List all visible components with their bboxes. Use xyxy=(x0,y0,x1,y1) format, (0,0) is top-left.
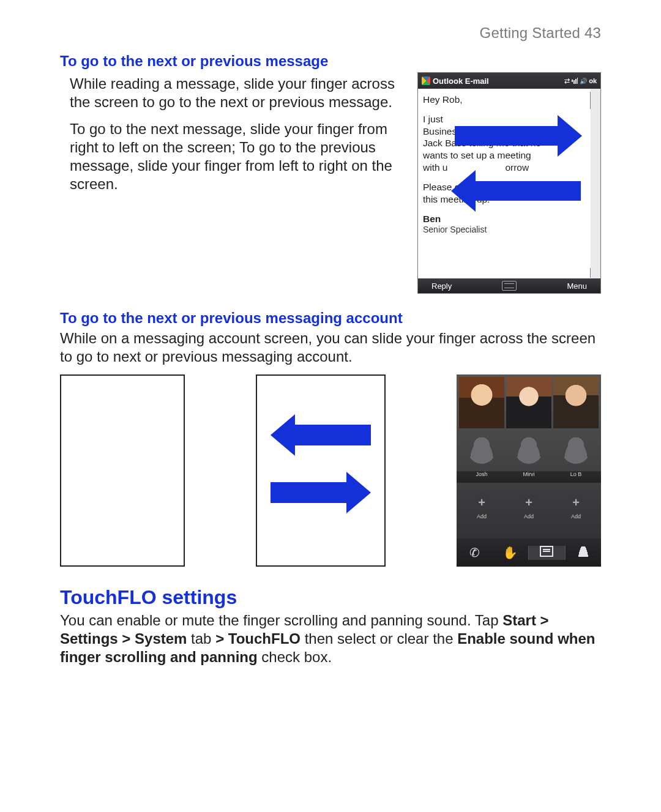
figure-account-prev-placeholder xyxy=(60,374,185,567)
contact-photo-2[interactable] xyxy=(506,377,551,428)
sec1-paragraph-1: While reading a message, slide your fing… xyxy=(60,75,404,111)
email-body[interactable]: Hey Rob, I just Business Unlimited's xxx… xyxy=(418,89,600,278)
add-label: Add xyxy=(524,513,534,520)
figure-swipe-arrows xyxy=(256,374,386,567)
person-silhouette-icon xyxy=(562,436,590,464)
sync-icon: ⇄ xyxy=(564,77,570,85)
email-softkey-bar: Reply Menu xyxy=(418,278,600,293)
contact-placeholder-6[interactable] xyxy=(553,428,599,471)
swipe-left-arrow-icon xyxy=(271,422,371,448)
person-silhouette-icon xyxy=(515,436,543,464)
email-line5b: orrow xyxy=(505,162,529,173)
contact-labels-row: Josh Mirvi Lo B xyxy=(457,471,601,483)
sec2-paragraph-1: While on a messaging account screen, you… xyxy=(60,329,601,366)
contact-label-2: Mirvi xyxy=(506,471,551,482)
signal-icon xyxy=(572,78,578,84)
sec3-text-mid2: then select or clear the xyxy=(305,630,457,647)
menu-softkey[interactable]: Menu xyxy=(567,281,587,291)
sec3-text-mid1: tab xyxy=(191,630,215,647)
email-signature-name: Ben xyxy=(423,213,586,225)
contact-label-1: Josh xyxy=(459,471,504,482)
sec3-text-tail: check box. xyxy=(261,649,332,665)
contact-photo-1[interactable] xyxy=(459,377,504,428)
email-titlebar: Outlook E-mail ⇄ ok xyxy=(418,73,600,89)
running-head: Getting Started 43 xyxy=(60,24,601,42)
person-silhouette-icon xyxy=(468,436,496,464)
add-contact-3[interactable]: + Add xyxy=(553,485,599,528)
plus-icon: + xyxy=(473,494,490,511)
sec3-text-pre: You can enable or mute the finger scroll… xyxy=(60,612,502,628)
figure-contacts-screen: Josh Mirvi Lo B + Add + Add + Add xyxy=(457,374,601,567)
ok-button[interactable]: ok xyxy=(589,77,597,84)
windows-logo-icon xyxy=(422,76,430,85)
figure-row-accounts: Josh Mirvi Lo B + Add + Add + Add xyxy=(60,374,601,567)
email-greeting: Hey Rob, xyxy=(423,94,586,106)
speaker-icon xyxy=(580,77,587,84)
dialer-tab[interactable]: ✆ xyxy=(457,545,493,560)
manual-page: Getting Started 43 To go to the next or … xyxy=(0,0,661,712)
email-line5a: with u xyxy=(423,162,448,173)
plus-icon: + xyxy=(520,494,537,511)
contact-card-icon xyxy=(540,546,553,557)
scrollbar-thumb[interactable] xyxy=(590,91,600,110)
person-icon xyxy=(578,546,589,557)
plus-icon: + xyxy=(567,494,584,511)
profile-tab[interactable] xyxy=(566,546,602,560)
email-line-ijust: I just xyxy=(423,114,443,124)
swipe-right-arrow-icon xyxy=(271,480,371,505)
contact-placeholder-4[interactable] xyxy=(459,428,504,471)
hand-icon: ✋ xyxy=(502,546,518,559)
contacts-bottom-bar: ✆ ✋ xyxy=(457,538,601,567)
sec3-bold-2: > TouchFLO xyxy=(215,630,301,647)
figure-outlook-email: Outlook E-mail ⇄ ok Hey Rob, I just Busi… xyxy=(417,72,601,294)
reply-softkey[interactable]: Reply xyxy=(431,281,452,291)
swipe-left-arrow-icon xyxy=(451,178,581,204)
favorites-tab[interactable]: ✋ xyxy=(493,545,529,560)
sec3-paragraph: You can enable or mute the finger scroll… xyxy=(60,611,601,666)
swipe-right-arrow-icon xyxy=(455,123,582,149)
add-label: Add xyxy=(477,513,487,520)
add-label: Add xyxy=(571,513,581,520)
email-line4: wants to set up a meeting xyxy=(423,150,531,160)
contact-placeholder-5[interactable] xyxy=(506,428,551,471)
keyboard-icon[interactable] xyxy=(502,281,517,291)
add-contact-1[interactable]: + Add xyxy=(459,485,504,528)
scrollbar-down-icon[interactable] xyxy=(590,268,600,278)
add-contact-2[interactable]: + Add xyxy=(506,485,551,528)
heading-next-prev-message: To go to the next or previous message xyxy=(60,53,601,70)
phone-icon: ✆ xyxy=(469,546,480,559)
heading-touchflo-settings: TouchFLO settings xyxy=(60,586,601,609)
email-app-title: Outlook E-mail xyxy=(433,76,562,86)
contact-label-3: Lo B xyxy=(553,471,599,482)
sec1-paragraph-2: To go to the next message, slide your fi… xyxy=(60,120,404,193)
email-signature-title: Senior Specialist xyxy=(423,225,586,236)
contact-photo-3[interactable] xyxy=(553,377,599,428)
heading-next-prev-account: To go to the next or previous messaging … xyxy=(60,310,601,327)
contacts-tab-selected[interactable] xyxy=(528,546,566,560)
